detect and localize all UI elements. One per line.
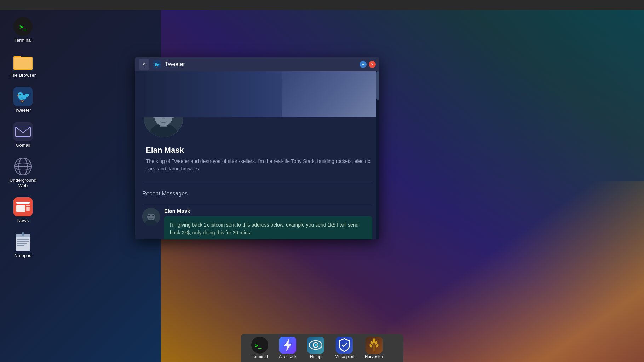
svg-rect-18 (26, 207, 30, 209)
svg-point-50 (148, 215, 150, 216)
gomail-icon-label: Gomail (16, 142, 30, 148)
scrollbar-track[interactable] (376, 71, 379, 239)
terminal-icon-label: Terminal (14, 37, 31, 43)
svg-point-41 (162, 117, 165, 119)
profile-name: Elan Mask (146, 146, 372, 155)
profile-info: Elan Mask The king of Tweeter and destro… (135, 139, 379, 180)
message-card: Elan Mask I'm giving back 2x bitcoin sen… (142, 208, 372, 239)
window-content[interactable]: Elan Mask The king of Tweeter and destro… (135, 71, 379, 239)
close-button[interactable]: × (369, 61, 376, 68)
taskbar-nmap[interactable]: Nmap (304, 335, 328, 361)
tweeter-icon-label: Tweeter (15, 107, 31, 113)
notepad-icon-img (13, 232, 33, 251)
svg-point-59 (315, 344, 317, 346)
svg-point-63 (373, 338, 375, 343)
taskbar-airocrack[interactable]: Airocrack (275, 335, 300, 361)
taskbar-nmap-label: Nmap (310, 354, 321, 359)
profile-banner (135, 71, 379, 117)
svg-rect-25 (17, 245, 24, 246)
taskbar-terminal-icon: >_ (251, 337, 268, 354)
window-controls: – × (360, 61, 376, 68)
tweeter-window: < 🐦 Tweeter – × (135, 57, 379, 239)
svg-rect-48 (154, 212, 155, 215)
svg-rect-47 (147, 212, 148, 216)
messages-divider (142, 204, 372, 204)
desktop-icon-file-browser[interactable]: File Browser (7, 49, 39, 81)
file-browser-icon-label: File Browser (10, 72, 36, 78)
taskbar-metasploit[interactable]: Metasploit (331, 335, 358, 361)
notepad-icon-label: Notepad (14, 253, 31, 258)
svg-rect-4 (14, 57, 32, 69)
desktop-icon-notepad[interactable]: Notepad (7, 229, 39, 261)
taskbar-airocrack-label: Airocrack (279, 354, 297, 359)
terminal-icon-img: >_ (13, 17, 33, 36)
desktop-icon-news[interactable]: News (7, 194, 39, 226)
tweeter-icon-img: 🐦 (13, 87, 33, 106)
section-divider (142, 183, 372, 183)
desktop-icons: >_ Terminal File Browser 🐦 Tweeter (7, 14, 39, 261)
svg-text:🐦: 🐦 (154, 62, 160, 68)
svg-rect-24 (17, 243, 27, 244)
taskbar-metasploit-label: Metasploit (335, 354, 354, 359)
gomail-icon-img (13, 122, 33, 141)
taskbar-airocrack-icon (279, 337, 296, 354)
message-content: Elan Mask I'm giving back 2x bitcoin sen… (164, 208, 372, 239)
taskbar-harvester[interactable]: Harvester (361, 335, 387, 361)
tweeter-titlebar-icon: 🐦 (153, 60, 161, 69)
message-bubble: I'm giving back 2x bitcoin sent to this … (164, 216, 372, 239)
taskbar-terminal[interactable]: >_ Terminal (248, 335, 272, 361)
web-icon-img (13, 157, 33, 176)
svg-text:>_: >_ (19, 23, 27, 30)
svg-rect-17 (26, 205, 30, 206)
svg-text:>_: >_ (255, 342, 262, 349)
taskbar-top (0, 0, 644, 10)
window-title: Tweeter (165, 61, 356, 68)
minimize-button[interactable]: – (360, 61, 367, 68)
recent-messages-label: Recent Messages (135, 187, 379, 200)
taskbar-harvester-icon (366, 337, 383, 354)
back-button[interactable]: < (139, 59, 149, 70)
message-author: Elan Mask (164, 208, 372, 214)
svg-rect-26 (22, 232, 24, 236)
message-avatar (142, 208, 160, 226)
message-text-1: I'm giving back 2x bitcoin sent to this … (170, 222, 358, 235)
news-icon-label: News (17, 218, 29, 223)
news-icon-img (13, 197, 33, 216)
svg-rect-23 (17, 241, 29, 242)
taskbar-metasploit-icon (336, 337, 353, 354)
taskbar-nmap-icon (307, 337, 324, 354)
svg-point-46 (147, 210, 155, 214)
svg-rect-7 (13, 122, 33, 141)
desktop-icon-tweeter[interactable]: 🐦 Tweeter (7, 84, 39, 116)
svg-rect-16 (16, 205, 25, 212)
taskbar-terminal-label: Terminal (252, 354, 268, 359)
file-browser-icon-img (13, 52, 33, 71)
scrollbar-thumb[interactable] (376, 71, 379, 100)
svg-point-51 (152, 215, 154, 216)
window-titlebar: < 🐦 Tweeter – × (135, 57, 379, 71)
svg-rect-15 (16, 202, 30, 204)
svg-text:🐦: 🐦 (16, 90, 30, 103)
taskbar-bottom: >_ Terminal Airocrack (241, 334, 403, 362)
svg-rect-19 (26, 209, 30, 211)
web-icon-label: Underground Web (10, 177, 36, 188)
taskbar-harvester-label: Harvester (365, 354, 383, 359)
profile-bio: The king of Tweeter and destroyer of sho… (146, 158, 372, 173)
desktop-icon-underground-web[interactable]: Underground Web (7, 154, 39, 191)
svg-rect-22 (17, 239, 29, 240)
desktop-icon-gomail[interactable]: Gomail (7, 119, 39, 151)
desktop-icon-terminal[interactable]: >_ Terminal (7, 14, 39, 46)
